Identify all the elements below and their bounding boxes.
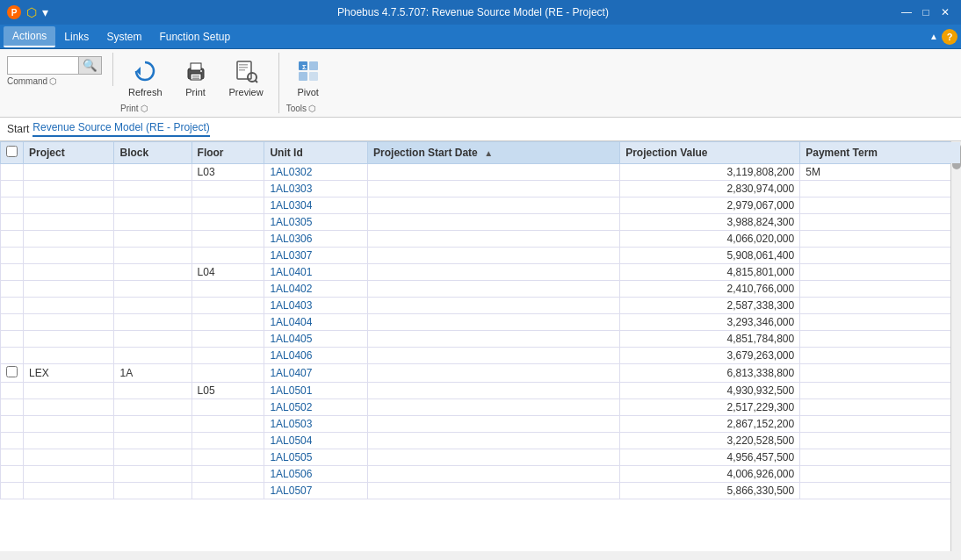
cell-projection-value: 3,988,824,300 bbox=[620, 214, 800, 231]
cell-unit-id[interactable]: 1AL0302 bbox=[264, 164, 368, 181]
cell-unit-id[interactable]: 1AL0405 bbox=[264, 331, 368, 348]
cell-unit-id[interactable]: 1AL0501 bbox=[264, 383, 368, 399]
cell-block bbox=[114, 449, 191, 466]
cell-project bbox=[24, 416, 114, 433]
cell-project bbox=[24, 214, 114, 231]
cell-project bbox=[24, 483, 114, 499]
cell-unit-id[interactable]: 1AL0507 bbox=[264, 483, 368, 499]
menu-function-setup[interactable]: Function Setup bbox=[150, 27, 239, 47]
cell-project bbox=[24, 264, 114, 281]
cell-floor bbox=[191, 331, 264, 348]
cell-unit-id[interactable]: 1AL0406 bbox=[264, 348, 368, 364]
select-all-checkbox[interactable] bbox=[6, 146, 18, 157]
cell-unit-id[interactable]: 1AL0307 bbox=[264, 248, 368, 264]
data-table: Project Block Floor Unit Id Projection S… bbox=[0, 141, 961, 499]
scrollbar-vertical[interactable] bbox=[950, 141, 961, 551]
command-collapse-icon[interactable]: ⬡ bbox=[49, 76, 57, 86]
cell-unit-id[interactable]: 1AL0303 bbox=[264, 181, 368, 197]
table-row[interactable]: L031AL03023,119,808,2005M bbox=[1, 164, 961, 181]
cell-unit-id[interactable]: 1AL0304 bbox=[264, 197, 368, 214]
cell-unit-id[interactable]: 1AL0504 bbox=[264, 433, 368, 449]
refresh-label: Refresh bbox=[128, 87, 163, 97]
cell-projection-value: 4,851,784,800 bbox=[620, 331, 800, 348]
table-row[interactable]: L041AL04014,815,801,000 bbox=[1, 264, 961, 281]
table-row[interactable]: 1AL04043,293,346,000 bbox=[1, 314, 961, 331]
table-row[interactable]: 1AL03053,988,824,300 bbox=[1, 214, 961, 231]
maximize-button[interactable]: □ bbox=[917, 4, 935, 21]
cell-unit-id[interactable]: 1AL0402 bbox=[264, 281, 368, 298]
cell-unit-id[interactable]: 1AL0306 bbox=[264, 231, 368, 248]
table-row[interactable]: 1AL03075,908,061,400 bbox=[1, 248, 961, 264]
title-bar: P ⬡ ▾ Phoebus 4.7.5.707: Revenue Source … bbox=[0, 0, 961, 25]
table-row[interactable]: 1AL05032,867,152,200 bbox=[1, 416, 961, 433]
cell-unit-id[interactable]: 1AL0505 bbox=[264, 449, 368, 466]
th-project: Project bbox=[24, 142, 114, 164]
table-row[interactable]: 1AL05022,517,229,300 bbox=[1, 399, 961, 416]
cell-projection-start-date bbox=[368, 264, 620, 281]
table-row[interactable]: 1AL04063,679,263,000 bbox=[1, 348, 961, 364]
table-row[interactable]: 1AL04032,587,338,300 bbox=[1, 298, 961, 314]
preview-button[interactable]: Preview bbox=[221, 53, 271, 102]
table-row[interactable]: 1AL05064,006,926,000 bbox=[1, 466, 961, 483]
cell-unit-id[interactable]: 1AL0401 bbox=[264, 264, 368, 281]
table-row[interactable]: 1AL03064,066,020,000 bbox=[1, 231, 961, 248]
minimize-button[interactable]: — bbox=[898, 4, 915, 21]
cell-payment-term bbox=[800, 197, 961, 214]
dropdown-arrow-icon[interactable]: ▾ bbox=[42, 5, 48, 19]
breadcrumb: Start Revenue Source Model (RE - Project… bbox=[0, 118, 961, 141]
row-checkbox[interactable] bbox=[6, 366, 18, 377]
cell-payment-term bbox=[800, 383, 961, 399]
cell-projection-start-date bbox=[368, 416, 620, 433]
cell-unit-id[interactable]: 1AL0506 bbox=[264, 466, 368, 483]
search-box[interactable]: 🔍 bbox=[7, 56, 102, 75]
print-collapse-icon[interactable]: ⬡ bbox=[141, 104, 148, 113]
menu-system[interactable]: System bbox=[98, 27, 150, 47]
collapse-ribbon-icon[interactable]: ▲ bbox=[929, 32, 938, 41]
refresh-icon bbox=[131, 57, 159, 85]
cell-payment-term bbox=[800, 449, 961, 466]
table-row[interactable]: 1AL05043,220,528,500 bbox=[1, 433, 961, 449]
th-projection-start-date[interactable]: Projection Start Date ▲ bbox=[368, 142, 620, 164]
cell-floor bbox=[191, 364, 264, 383]
pivot-button[interactable]: Σ Pivot bbox=[286, 53, 330, 102]
table-container[interactable]: Project Block Floor Unit Id Projection S… bbox=[0, 141, 961, 551]
help-button[interactable]: ? bbox=[942, 29, 957, 45]
table-row[interactable]: 1AL04022,410,766,000 bbox=[1, 281, 961, 298]
cell-unit-id[interactable]: 1AL0404 bbox=[264, 314, 368, 331]
breadcrumb-current[interactable]: Revenue Source Model (RE - Project) bbox=[33, 121, 209, 137]
table-row[interactable]: 1AL03032,830,974,000 bbox=[1, 181, 961, 197]
cell-projection-value: 6,813,338,800 bbox=[620, 364, 800, 383]
table-row[interactable]: 1AL05075,866,330,500 bbox=[1, 483, 961, 499]
cell-projection-value: 3,293,346,000 bbox=[620, 314, 800, 331]
table-row[interactable]: 1AL03042,979,067,000 bbox=[1, 197, 961, 214]
search-input[interactable] bbox=[8, 58, 78, 74]
cell-projection-start-date bbox=[368, 331, 620, 348]
print-button[interactable]: Print bbox=[174, 53, 218, 102]
refresh-button[interactable]: Refresh bbox=[120, 53, 170, 102]
table-body: L031AL03023,119,808,2005M1AL03032,830,97… bbox=[1, 164, 961, 499]
table-row[interactable]: L051AL05014,930,932,500 bbox=[1, 383, 961, 399]
cell-project bbox=[24, 314, 114, 331]
cell-unit-id[interactable]: 1AL0503 bbox=[264, 416, 368, 433]
cell-floor bbox=[191, 181, 264, 197]
table-row[interactable]: 1AL04054,851,784,800 bbox=[1, 331, 961, 348]
breadcrumb-start[interactable]: Start bbox=[7, 123, 29, 135]
table-row[interactable]: LEX1A1AL04076,813,338,800 bbox=[1, 364, 961, 383]
close-button[interactable]: ✕ bbox=[936, 4, 954, 21]
cell-projection-value: 3,679,263,000 bbox=[620, 348, 800, 364]
app-icon-secondary[interactable]: ⬡ bbox=[26, 5, 37, 19]
cell-block bbox=[114, 298, 191, 314]
search-button[interactable]: 🔍 bbox=[78, 57, 101, 74]
menu-bar: Actions Links System Function Setup ▲ ? bbox=[0, 25, 961, 49]
tools-collapse-icon[interactable]: ⬡ bbox=[308, 104, 316, 113]
cell-unit-id[interactable]: 1AL0305 bbox=[264, 214, 368, 231]
table-row[interactable]: 1AL05054,956,457,500 bbox=[1, 449, 961, 466]
cell-unit-id[interactable]: 1AL0403 bbox=[264, 298, 368, 314]
cell-projection-value: 2,410,766,000 bbox=[620, 281, 800, 298]
cell-unit-id[interactable]: 1AL0407 bbox=[264, 364, 368, 383]
menu-actions[interactable]: Actions bbox=[4, 26, 55, 47]
cell-unit-id[interactable]: 1AL0502 bbox=[264, 399, 368, 416]
cell-floor bbox=[191, 298, 264, 314]
svg-rect-5 bbox=[192, 78, 199, 80]
menu-links[interactable]: Links bbox=[55, 27, 98, 47]
